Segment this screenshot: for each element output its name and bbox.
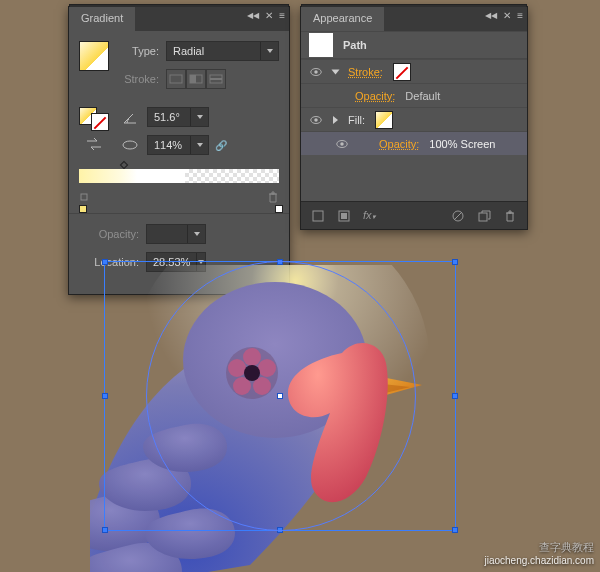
stroke-apply-within-button (166, 69, 186, 89)
opacity-link[interactable]: Opacity: (355, 90, 395, 102)
stroke-apply-across-button (206, 69, 226, 89)
opacity-link[interactable]: Opacity: (379, 138, 419, 150)
trash-icon[interactable] (503, 209, 517, 223)
svg-rect-0 (170, 75, 182, 83)
appearance-tab-label: Appearance (313, 12, 372, 24)
svg-rect-18 (479, 213, 487, 221)
opacity-value: Default (405, 90, 440, 102)
aspect-value: 114% (148, 139, 190, 151)
gradient-type-select[interactable]: Radial (166, 41, 279, 61)
disclosure-icon[interactable] (332, 69, 340, 74)
svg-point-12 (340, 142, 344, 146)
aspect-input[interactable]: 114% (147, 135, 209, 155)
gradient-ramp[interactable] (79, 169, 279, 183)
angle-input[interactable]: 51.6° (147, 107, 209, 127)
fx-menu[interactable]: fx▾ (363, 209, 376, 223)
visibility-icon[interactable] (335, 137, 349, 151)
resize-handle-ne[interactable] (452, 259, 458, 265)
stroke-apply-within-icon (169, 74, 183, 84)
new-art-icon[interactable] (311, 209, 325, 223)
panel-close-icon[interactable]: ✕ (265, 10, 273, 21)
resize-handle-w[interactable] (102, 393, 108, 399)
panel-close-icon[interactable]: ✕ (503, 10, 511, 21)
appearance-stroke-opacity-row[interactable]: Opacity: Default (301, 83, 527, 107)
type-label: Type: (121, 45, 159, 57)
resize-handle-nw[interactable] (102, 259, 108, 265)
svg-line-17 (454, 212, 462, 220)
disclosure-icon[interactable] (333, 116, 338, 124)
watermark: 查字典教程 jiaocheng.chazidian.com (484, 538, 594, 566)
panel-menu-icon[interactable]: ≡ (517, 10, 523, 21)
object-thumbnail (309, 33, 333, 57)
panel-menu-icon[interactable]: ≡ (279, 10, 285, 21)
panel-collapse-icon[interactable]: ◀◀ (485, 11, 497, 20)
path-outline[interactable] (146, 261, 416, 531)
trash-icon[interactable] (267, 191, 279, 203)
clear-appearance-icon[interactable] (451, 209, 465, 223)
gradient-fill-swatch[interactable] (79, 41, 109, 71)
svg-rect-6 (81, 194, 87, 200)
svg-point-8 (314, 70, 318, 74)
gradient-tab-label: Gradient (81, 12, 123, 24)
opacity-value: 100% Screen (429, 138, 495, 150)
duplicate-icon[interactable] (477, 209, 491, 223)
angle-value: 51.6° (148, 111, 190, 123)
appearance-fill-row[interactable]: Fill: (301, 107, 527, 131)
visibility-icon[interactable] (309, 65, 323, 79)
canvas[interactable] (90, 265, 462, 565)
chevron-down-icon[interactable] (190, 108, 208, 126)
appearance-tab[interactable]: Appearance (301, 7, 384, 31)
watermark-title: 查字典教程 (539, 541, 594, 553)
svg-rect-15 (341, 213, 347, 219)
stroke-link[interactable]: Stroke: (348, 66, 383, 78)
stop-opacity-input[interactable] (146, 224, 206, 244)
stroke-apply-across-icon (209, 74, 223, 84)
panel-collapse-icon[interactable]: ◀◀ (247, 11, 259, 20)
link-icon[interactable] (215, 139, 227, 151)
chevron-down-icon[interactable] (260, 42, 278, 60)
angle-icon (121, 108, 139, 126)
opacity-label: Opacity: (79, 228, 139, 240)
appearance-object-header: Path (301, 31, 527, 59)
stroke-apply-along-icon (189, 74, 203, 84)
stroke-apply-along-button (186, 69, 206, 89)
color-stop-start[interactable] (79, 205, 87, 213)
stroke-label: Stroke: (121, 73, 159, 85)
stroke-swatch[interactable] (393, 63, 411, 81)
resize-handle-se[interactable] (452, 527, 458, 533)
watermark-url: jiaocheng.chazidian.com (484, 555, 594, 566)
no-fill-swatch[interactable] (91, 113, 109, 131)
svg-rect-2 (190, 75, 196, 83)
appearance-fill-opacity-row[interactable]: Opacity: 100% Screen (301, 131, 527, 155)
reverse-gradient-icon[interactable] (85, 137, 103, 151)
chevron-down-icon[interactable] (190, 136, 208, 154)
svg-rect-13 (313, 211, 323, 221)
object-type-label: Path (343, 39, 367, 51)
gradient-tab[interactable]: Gradient (69, 7, 135, 31)
stop-marker-icon (79, 192, 89, 202)
aspect-ratio-icon (121, 136, 139, 154)
add-stroke-icon[interactable] (337, 209, 351, 223)
svg-rect-4 (210, 78, 222, 80)
visibility-icon[interactable] (309, 113, 323, 127)
svg-point-5 (123, 141, 137, 149)
fill-label: Fill: (348, 114, 365, 126)
color-stop-end[interactable] (275, 205, 283, 213)
appearance-stroke-row[interactable]: Stroke: (301, 59, 527, 83)
resize-handle-e[interactable] (452, 393, 458, 399)
resize-handle-sw[interactable] (102, 527, 108, 533)
gradient-type-value: Radial (167, 45, 260, 57)
appearance-footer: fx▾ (301, 201, 527, 229)
svg-point-10 (314, 118, 318, 122)
fill-swatch[interactable] (375, 111, 393, 129)
chevron-down-icon[interactable] (187, 225, 205, 243)
